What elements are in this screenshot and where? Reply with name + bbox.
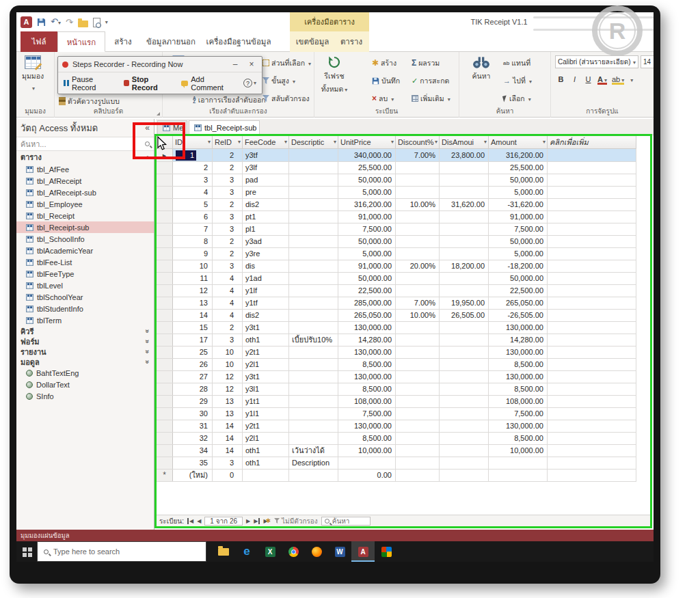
nav-item-tblLevel[interactable]: tblLevel (16, 280, 154, 291)
cell-add[interactable] (548, 322, 636, 334)
advanced-filter-button[interactable]: ขั้นสูง (262, 74, 295, 87)
cell-disc[interactable] (396, 322, 440, 334)
cell-disamt[interactable] (440, 420, 489, 433)
cell-unit[interactable]: 130,000.00 (338, 346, 396, 359)
find-button[interactable]: ค้นหา (465, 55, 498, 82)
nav-group-มอดูล[interactable]: มอดูล (16, 357, 154, 367)
cell-id[interactable]: 26 (173, 359, 213, 371)
cell-fee[interactable]: pad (243, 174, 289, 187)
selection-button[interactable]: ส่วนที่เลือก (262, 56, 311, 70)
cell-unit[interactable]: 5,000.00 (338, 248, 396, 260)
cell-add[interactable] (548, 162, 636, 174)
taskbar-edge-button[interactable] (235, 541, 258, 562)
cell-add[interactable] (548, 236, 636, 248)
row-selector[interactable] (157, 199, 173, 211)
cell-disamt[interactable] (440, 211, 489, 223)
cell-disamt[interactable] (440, 334, 489, 346)
cell-add[interactable] (548, 433, 636, 445)
cell-desc[interactable] (289, 359, 338, 371)
table-row[interactable]: 2913y1t1108,000.00108,000.00 (157, 396, 636, 408)
cell-add[interactable] (548, 187, 636, 199)
row-selector[interactable] (157, 273, 173, 285)
cell-id[interactable]: 8 (173, 236, 213, 248)
tab-create[interactable]: สร้าง (105, 31, 141, 52)
cell-disamt[interactable] (440, 174, 489, 187)
pause-record-button[interactable]: Pause Record (64, 75, 116, 92)
table-row[interactable]: 82y3ad50,000.0050,000.00 (157, 236, 636, 248)
cell-reid[interactable]: 2 (213, 322, 243, 334)
last-record-icon[interactable]: ▶ (254, 518, 260, 524)
column-header-Discount%[interactable]: Discount% (396, 136, 440, 149)
cell-disamt[interactable]: 18,200.00 (440, 260, 489, 273)
table-row[interactable]: 152y3t1130,000.00130,000.00 (157, 322, 636, 334)
taskbar-browser-button[interactable] (305, 541, 328, 562)
column-header-ID[interactable]: ID (173, 136, 213, 149)
cell-fee[interactable]: pl1 (243, 223, 289, 236)
cell-disc[interactable] (396, 187, 440, 199)
nav-item-BahtTextEng[interactable]: BahtTextEng (16, 367, 154, 379)
cell-disamt[interactable] (440, 383, 489, 396)
record-search-box[interactable]: ค้นหา (321, 517, 371, 526)
cell-desc[interactable] (289, 433, 338, 445)
cell-disc[interactable] (396, 408, 440, 420)
tab-file[interactable]: ไฟล์ (21, 31, 57, 52)
cell-desc[interactable] (289, 236, 338, 248)
cell-disc[interactable] (396, 470, 440, 482)
table-row[interactable]: 2510y2t1130,000.00130,000.00 (157, 346, 636, 359)
cell-reid[interactable]: 2 (213, 162, 243, 174)
cell-fee[interactable]: y3t1 (243, 371, 289, 383)
column-header-UnitPrice[interactable]: UnitPrice (338, 136, 396, 149)
column-header-Amount[interactable]: Amount (489, 136, 548, 149)
cell-disamt[interactable] (440, 445, 489, 457)
table-row[interactable]: 144dis2265,050.0010.00%26,505.00-26,505.… (157, 310, 636, 322)
column-header-Descriptic[interactable]: Descriptic (289, 136, 338, 149)
cell-add[interactable] (548, 310, 636, 322)
cell-disamt[interactable] (440, 273, 489, 285)
chevron-down-icon[interactable] (144, 329, 152, 334)
nav-item-tbl_AfFee[interactable]: tbl_AfFee (16, 163, 154, 175)
cell-fee[interactable] (243, 470, 289, 482)
cell-id[interactable]: 17 (173, 334, 213, 346)
cell-fee[interactable]: y2l1 (243, 359, 289, 371)
cell-disamt[interactable] (440, 433, 489, 445)
cell-unit[interactable]: 50,000.00 (338, 273, 396, 285)
cell-desc[interactable] (289, 408, 338, 420)
table-row[interactable]: 22y3lf25,500.0025,500.00 (157, 162, 636, 174)
cell-disc[interactable]: 10.00% (396, 199, 440, 211)
steps-recorder-window[interactable]: Steps Recorder - Recording Now – × Pause… (57, 56, 262, 94)
cell-reid[interactable]: 4 (213, 273, 243, 285)
cell-reid[interactable]: 3 (213, 334, 243, 346)
row-selector[interactable] (157, 310, 173, 322)
cell-add[interactable] (548, 383, 636, 396)
cell-reid[interactable]: 3 (213, 211, 243, 223)
table-row[interactable]: 134y1tf285,000.007.00%19,950.00265,050.0… (157, 297, 636, 310)
cell-fee[interactable]: oth1 (243, 445, 289, 457)
cell-id[interactable]: 35 (173, 457, 213, 470)
cell-unit[interactable]: 25,500.00 (338, 162, 396, 174)
cell-reid[interactable]: 2 (213, 149, 243, 162)
cell-disc[interactable] (396, 396, 440, 408)
totals-button[interactable]: Σ ผลรวม (412, 56, 440, 70)
cell-amount[interactable]: 108,000.00 (489, 396, 548, 408)
cell-desc[interactable] (289, 396, 338, 408)
cell-amount[interactable]: 5,000.00 (489, 187, 548, 199)
cell-id[interactable]: 14 (173, 310, 213, 322)
cell-add[interactable] (548, 297, 636, 310)
cell-disamt[interactable]: 19,950.00 (440, 297, 489, 310)
column-header-DisAmoui[interactable]: DisAmoui (440, 136, 489, 149)
cell-disamt[interactable] (440, 408, 489, 420)
cell-disamt[interactable] (440, 187, 489, 199)
table-row[interactable]: 33pad50,000.0050,000.00 (157, 174, 636, 187)
cell-reid[interactable]: 14 (213, 433, 243, 445)
new-record-button[interactable]: ✱ สร้าง (372, 56, 396, 70)
undo-icon[interactable]: ↶▾ (51, 16, 61, 29)
toggle-filter-button[interactable]: สลับตัวกรอง (262, 92, 310, 105)
cell-amount[interactable]: 10,000.00 (489, 445, 548, 457)
remove-sort-button[interactable]: เอาการเรียงลำดับออก (193, 93, 266, 107)
cell-reid[interactable]: 4 (213, 285, 243, 297)
table-row[interactable]: 3013y1l17,500.007,500.00 (157, 408, 636, 420)
save-record-button[interactable]: บันทึก (372, 74, 400, 87)
cell-disc[interactable] (396, 273, 440, 285)
cell-id[interactable]: 1 (173, 149, 213, 162)
cell-reid[interactable]: 3 (213, 223, 243, 236)
